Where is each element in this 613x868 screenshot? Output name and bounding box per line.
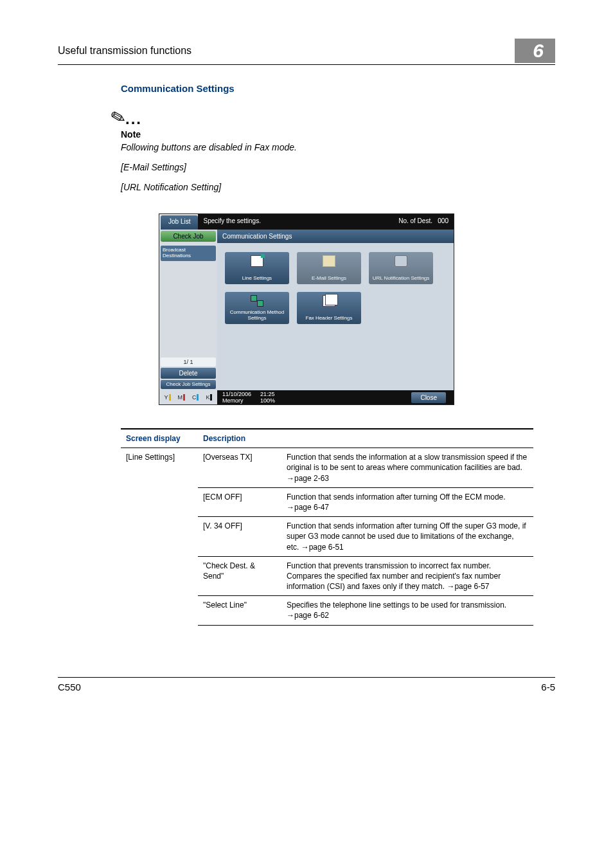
toner-status: Y M C K bbox=[159, 390, 217, 404]
status-memory-value: 100% bbox=[260, 397, 275, 404]
network-icon bbox=[251, 295, 263, 307]
job-list-tab[interactable]: Job List bbox=[161, 215, 198, 230]
communication-method-label: Communication Method Settings bbox=[225, 310, 289, 321]
note-text-3: [URL Notification Setting] bbox=[121, 181, 555, 194]
running-header: Useful transmission functions bbox=[58, 45, 191, 57]
note-text-1: Following buttons are disabled in Fax mo… bbox=[121, 141, 555, 154]
table-header-screen-display: Screen display bbox=[121, 429, 198, 448]
delete-button[interactable]: Delete bbox=[161, 368, 216, 379]
panel-title: Communication Settings bbox=[217, 230, 454, 243]
cell-desc: Function that sends information after tu… bbox=[281, 487, 533, 516]
table-header-description: Description bbox=[198, 429, 281, 448]
url-notification-button: URL Notification Settings bbox=[369, 252, 433, 284]
chapter-number: 6 bbox=[515, 39, 555, 63]
pencil-icon: ✎ bbox=[108, 105, 128, 130]
email-settings-button: E-Mail Settings bbox=[297, 252, 361, 284]
table-row: [Line Settings] [Overseas TX] Function t… bbox=[121, 448, 533, 488]
cell-sub: [Overseas TX] bbox=[198, 448, 281, 488]
communication-method-button[interactable]: Communication Method Settings bbox=[225, 292, 289, 324]
cell-desc: Function that prevents transmission to i… bbox=[281, 556, 533, 596]
cell-sub: [V. 34 OFF] bbox=[198, 517, 281, 557]
document-icon bbox=[251, 255, 263, 267]
url-notification-label: URL Notification Settings bbox=[373, 276, 430, 282]
pager: 1/ 1 bbox=[161, 357, 216, 366]
globe-icon bbox=[395, 255, 407, 267]
cell-sub: [ECM OFF] bbox=[198, 487, 281, 516]
check-job-tab[interactable]: Check Job bbox=[161, 231, 216, 242]
top-message: Specify the settings. bbox=[203, 217, 261, 226]
cell-sub: "Check Dest. & Send" bbox=[198, 556, 281, 596]
status-date: 11/10/2006 bbox=[222, 391, 251, 397]
cell-sub: "Select Line" bbox=[198, 596, 281, 625]
ellipsis-icon: ... bbox=[125, 110, 142, 127]
close-button[interactable]: Close bbox=[411, 392, 446, 403]
broadcast-destinations[interactable]: Broadcast Destinations bbox=[161, 246, 216, 261]
status-memory-label: Memory bbox=[222, 397, 244, 404]
description-table: Screen display Description [Line Setting… bbox=[121, 428, 533, 626]
pages-icon bbox=[323, 295, 335, 307]
footer-page: 6-5 bbox=[541, 682, 555, 692]
check-job-settings-button[interactable]: Check Job Settings bbox=[161, 380, 216, 389]
footer-model: C550 bbox=[58, 682, 81, 692]
cell-desc: Function that sends the information at a… bbox=[281, 448, 533, 488]
line-settings-label: Line Settings bbox=[242, 276, 272, 282]
dest-count-label: No. of Dest. bbox=[398, 217, 432, 224]
email-settings-label: E-Mail Settings bbox=[312, 276, 346, 282]
note-text-2: [E-Mail Settings] bbox=[121, 161, 555, 174]
status-time: 21:25 bbox=[260, 391, 275, 397]
device-screenshot: Job List Specify the settings. No. of De… bbox=[159, 213, 454, 405]
cell-line-settings: [Line Settings] bbox=[121, 448, 198, 625]
section-heading: Communication Settings bbox=[121, 83, 555, 94]
note-label: Note bbox=[121, 129, 555, 140]
dest-count: 000 bbox=[438, 217, 449, 224]
cell-desc: Specifies the telephone line settings to… bbox=[281, 596, 533, 625]
fax-header-button[interactable]: Fax Header Settings bbox=[297, 292, 361, 324]
cell-desc: Function that sends information after tu… bbox=[281, 517, 533, 557]
mail-icon bbox=[323, 255, 335, 267]
fax-header-label: Fax Header Settings bbox=[306, 316, 353, 321]
line-settings-button[interactable]: Line Settings bbox=[225, 252, 289, 284]
